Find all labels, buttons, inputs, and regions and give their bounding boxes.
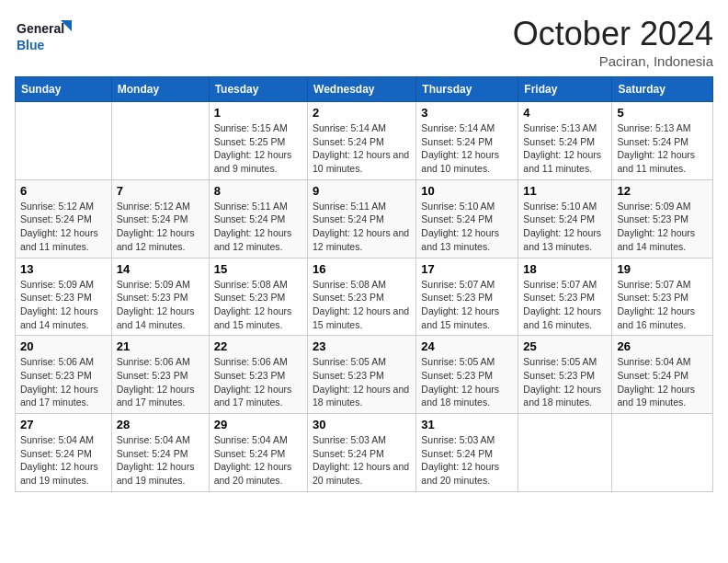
day-info: Sunrise: 5:14 AM Sunset: 5:24 PM Dayligh… [313,121,411,176]
calendar-cell: 10Sunrise: 5:10 AM Sunset: 5:24 PM Dayli… [416,179,518,258]
svg-text:General: General [17,21,64,36]
calendar-cell [16,102,112,180]
calendar-cell: 4Sunrise: 5:13 AM Sunset: 5:24 PM Daylig… [518,102,612,180]
day-number: 22 [214,339,302,353]
day-number: 29 [214,418,302,431]
calendar-cell: 16Sunrise: 5:08 AM Sunset: 5:23 PM Dayli… [308,258,416,336]
svg-text:Blue: Blue [17,38,45,52]
day-info: Sunrise: 5:05 AM Sunset: 5:23 PM Dayligh… [313,355,411,409]
day-info: Sunrise: 5:12 AM Sunset: 5:24 PM Dayligh… [20,200,107,254]
day-number: 17 [421,262,513,276]
logo-icon: General Blue [15,15,79,61]
day-info: Sunrise: 5:06 AM Sunset: 5:23 PM Dayligh… [117,355,204,409]
day-number: 21 [117,339,204,353]
calendar-cell: 6Sunrise: 5:12 AM Sunset: 5:24 PM Daylig… [16,179,112,258]
day-number: 8 [214,184,302,198]
calendar-cell: 22Sunrise: 5:06 AM Sunset: 5:23 PM Dayli… [209,336,307,414]
calendar-cell: 7Sunrise: 5:12 AM Sunset: 5:24 PM Daylig… [111,179,209,258]
calendar-body: 1Sunrise: 5:15 AM Sunset: 5:25 PM Daylig… [16,102,713,492]
day-number: 5 [617,106,708,120]
day-number: 30 [313,418,411,431]
day-info: Sunrise: 5:07 AM Sunset: 5:23 PM Dayligh… [421,278,513,332]
day-info: Sunrise: 5:08 AM Sunset: 5:23 PM Dayligh… [214,278,302,332]
day-info: Sunrise: 5:14 AM Sunset: 5:24 PM Dayligh… [421,121,513,176]
day-number: 13 [20,262,107,276]
day-info: Sunrise: 5:06 AM Sunset: 5:23 PM Dayligh… [214,355,302,409]
calendar-cell: 8Sunrise: 5:11 AM Sunset: 5:24 PM Daylig… [209,179,307,258]
calendar-cell: 11Sunrise: 5:10 AM Sunset: 5:24 PM Dayli… [518,179,612,258]
calendar-week-row: 20Sunrise: 5:06 AM Sunset: 5:23 PM Dayli… [16,336,713,414]
calendar-table: SundayMondayTuesdayWednesdayThursdayFrid… [15,76,713,492]
calendar-cell: 18Sunrise: 5:07 AM Sunset: 5:23 PM Dayli… [518,258,612,336]
day-info: Sunrise: 5:13 AM Sunset: 5:24 PM Dayligh… [523,121,607,176]
day-number: 10 [421,184,513,198]
calendar-cell [518,414,612,492]
calendar-cell: 20Sunrise: 5:06 AM Sunset: 5:23 PM Dayli… [16,336,112,414]
calendar-cell: 17Sunrise: 5:07 AM Sunset: 5:23 PM Dayli… [416,258,518,336]
day-number: 15 [214,262,302,276]
calendar-cell: 13Sunrise: 5:09 AM Sunset: 5:23 PM Dayli… [16,258,112,336]
day-number: 16 [313,262,411,276]
calendar-cell: 30Sunrise: 5:03 AM Sunset: 5:24 PM Dayli… [308,414,416,492]
day-number: 6 [20,184,107,198]
day-info: Sunrise: 5:13 AM Sunset: 5:24 PM Dayligh… [617,121,708,176]
weekday-header-cell: Tuesday [209,77,307,102]
day-info: Sunrise: 5:09 AM Sunset: 5:23 PM Dayligh… [117,278,204,332]
calendar-week-row: 13Sunrise: 5:09 AM Sunset: 5:23 PM Dayli… [16,258,713,336]
day-number: 24 [421,339,513,353]
calendar-week-row: 1Sunrise: 5:15 AM Sunset: 5:25 PM Daylig… [16,102,713,180]
day-number: 31 [421,418,513,431]
day-number: 12 [617,184,708,198]
weekday-header-cell: Friday [518,77,612,102]
day-number: 19 [617,262,708,276]
calendar-cell: 23Sunrise: 5:05 AM Sunset: 5:23 PM Dayli… [308,336,416,414]
month-title: October 2024 [513,15,713,53]
weekday-header-cell: Sunday [16,77,112,102]
page-header: General Blue October 2024 Paciran, Indon… [15,15,713,69]
day-info: Sunrise: 5:11 AM Sunset: 5:24 PM Dayligh… [313,200,411,254]
day-info: Sunrise: 5:04 AM Sunset: 5:24 PM Dayligh… [617,355,708,409]
day-number: 4 [523,106,607,120]
day-info: Sunrise: 5:05 AM Sunset: 5:23 PM Dayligh… [421,355,513,409]
day-info: Sunrise: 5:09 AM Sunset: 5:23 PM Dayligh… [617,200,708,254]
weekday-header-cell: Thursday [416,77,518,102]
day-number: 27 [20,418,107,431]
calendar-cell: 15Sunrise: 5:08 AM Sunset: 5:23 PM Dayli… [209,258,307,336]
day-info: Sunrise: 5:07 AM Sunset: 5:23 PM Dayligh… [617,278,708,332]
day-info: Sunrise: 5:03 AM Sunset: 5:24 PM Dayligh… [313,433,411,488]
calendar-week-row: 27Sunrise: 5:04 AM Sunset: 5:24 PM Dayli… [16,414,713,492]
weekday-header-cell: Wednesday [308,77,416,102]
logo: General Blue [15,15,79,61]
calendar-cell: 14Sunrise: 5:09 AM Sunset: 5:23 PM Dayli… [111,258,209,336]
calendar-cell [612,414,713,492]
day-info: Sunrise: 5:04 AM Sunset: 5:24 PM Dayligh… [20,433,107,488]
day-number: 23 [313,339,411,353]
calendar-cell: 25Sunrise: 5:05 AM Sunset: 5:23 PM Dayli… [518,336,612,414]
day-number: 20 [20,339,107,353]
day-info: Sunrise: 5:04 AM Sunset: 5:24 PM Dayligh… [214,433,302,488]
calendar-cell: 29Sunrise: 5:04 AM Sunset: 5:24 PM Dayli… [209,414,307,492]
calendar-cell [111,102,209,180]
calendar-cell: 3Sunrise: 5:14 AM Sunset: 5:24 PM Daylig… [416,102,518,180]
calendar-cell: 19Sunrise: 5:07 AM Sunset: 5:23 PM Dayli… [612,258,713,336]
calendar-cell: 12Sunrise: 5:09 AM Sunset: 5:23 PM Dayli… [612,179,713,258]
calendar-cell: 26Sunrise: 5:04 AM Sunset: 5:24 PM Dayli… [612,336,713,414]
day-info: Sunrise: 5:10 AM Sunset: 5:24 PM Dayligh… [523,200,607,254]
day-info: Sunrise: 5:04 AM Sunset: 5:24 PM Dayligh… [117,433,204,488]
calendar-cell: 31Sunrise: 5:03 AM Sunset: 5:24 PM Dayli… [416,414,518,492]
day-info: Sunrise: 5:12 AM Sunset: 5:24 PM Dayligh… [117,200,204,254]
location: Paciran, Indonesia [513,53,713,69]
calendar-cell: 1Sunrise: 5:15 AM Sunset: 5:25 PM Daylig… [209,102,307,180]
calendar-cell: 27Sunrise: 5:04 AM Sunset: 5:24 PM Dayli… [16,414,112,492]
day-info: Sunrise: 5:15 AM Sunset: 5:25 PM Dayligh… [214,121,302,176]
day-info: Sunrise: 5:05 AM Sunset: 5:23 PM Dayligh… [523,355,607,409]
calendar-week-row: 6Sunrise: 5:12 AM Sunset: 5:24 PM Daylig… [16,179,713,258]
day-info: Sunrise: 5:06 AM Sunset: 5:23 PM Dayligh… [20,355,107,409]
calendar-cell: 21Sunrise: 5:06 AM Sunset: 5:23 PM Dayli… [111,336,209,414]
day-number: 11 [523,184,607,198]
day-number: 26 [617,339,708,353]
title-block: October 2024 Paciran, Indonesia [513,15,713,69]
day-number: 2 [313,106,411,120]
day-number: 7 [117,184,204,198]
weekday-header-row: SundayMondayTuesdayWednesdayThursdayFrid… [16,77,713,102]
